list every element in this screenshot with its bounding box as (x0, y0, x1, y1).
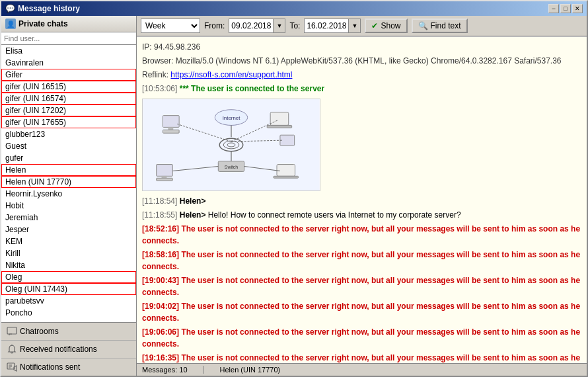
maximize-button[interactable]: □ (560, 4, 571, 13)
show-button[interactable]: ✔ Show (365, 19, 407, 33)
find-text-label: Find text (431, 21, 461, 30)
list-item[interactable]: Poncho (1, 307, 136, 319)
list-item[interactable]: Helen (UIN 17770) (1, 176, 136, 188)
close-button[interactable]: ✕ (572, 4, 583, 13)
list-item[interactable]: gufer (1, 152, 136, 164)
chat-line-2: [11:18:55] Helen> Hello! How to connect … (142, 209, 581, 221)
list-item[interactable]: Oleg (UIN 17443) (1, 283, 136, 295)
toolbar: Week From: 09.02.2018 ▼ To: 16.02.2018 ▼… (137, 16, 587, 36)
chatrooms-label: Chatrooms (20, 327, 59, 336)
minimize-button[interactable]: – (548, 4, 559, 13)
svg-rect-14 (168, 127, 173, 130)
list-item[interactable]: Hobit (1, 200, 136, 212)
received-notifications-tab[interactable]: Received notifications (1, 341, 136, 358)
svg-rect-13 (163, 116, 180, 128)
chatrooms-tab[interactable]: Chatrooms (1, 323, 136, 341)
chat-icon (7, 326, 17, 337)
list-item[interactable]: Oleg (1, 271, 136, 283)
svg-text:Internet: Internet (223, 115, 241, 121)
find-user-input[interactable] (1, 32, 136, 45)
message-area[interactable]: IP: 94.45.98.236 Browser: Mozilla/5.0 (W… (137, 36, 587, 363)
show-label: Show (381, 21, 400, 30)
content-area: 👤 Private chats ElisaGavinralenGifergife… (1, 16, 587, 376)
chat-line-4: [18:58:16] The user is not connected to … (142, 249, 581, 272)
list-item[interactable]: Heornir.Lysenko (1, 188, 136, 200)
chat-line-8: [19:16:35] The user is not connected to … (142, 352, 581, 363)
status-bar: Messages: 10 Helen (UIN 17770) (137, 363, 587, 376)
connected-msg: *** The user is connected to the server (180, 84, 324, 93)
list-item[interactable]: Guest (1, 140, 136, 152)
user-list: ElisaGavinralenGifergifer (UIN 16515)gif… (1, 45, 136, 322)
list-item[interactable]: gifer (UIN 16574) (1, 93, 136, 105)
list-item[interactable]: gifer (UIN 17655) (1, 116, 136, 128)
svg-rect-11 (267, 125, 291, 128)
received-notifications-label: Received notifications (20, 345, 97, 354)
svg-rect-17 (157, 165, 173, 177)
window-icon: 💬 (5, 4, 15, 13)
from-date-wrapper: 09.02.2018 ▼ (229, 19, 285, 33)
from-date-value: 09.02.2018 (229, 21, 273, 30)
from-date-button[interactable]: ▼ (273, 19, 285, 32)
status-user: Helen (UIN 17770) (220, 366, 281, 374)
svg-point-1 (11, 345, 13, 346)
find-text-button[interactable]: 🔍 Find text (412, 19, 468, 33)
status-divider (203, 366, 204, 374)
list-item[interactable]: parubetsvv (1, 295, 136, 307)
svg-rect-24 (280, 135, 295, 146)
notify-icon (7, 362, 17, 372)
title-bar-buttons: – □ ✕ (548, 4, 583, 13)
connected-line: [10:53:06] *** The user is connected to … (142, 83, 581, 95)
list-item[interactable]: Gavinralen (1, 57, 136, 69)
checkmark-icon: ✔ (371, 21, 378, 30)
left-panel: 👤 Private chats ElisaGavinralenGifergife… (1, 16, 137, 376)
list-item[interactable]: Kirill (1, 247, 136, 259)
window-title: Message history (18, 4, 80, 13)
to-date-button[interactable]: ▼ (348, 19, 360, 32)
bottom-tabs: Chatrooms Received notifications (1, 322, 136, 376)
from-label: From: (204, 21, 225, 30)
svg-rect-0 (7, 327, 17, 334)
list-item[interactable]: gifer (UIN 17202) (1, 105, 136, 116)
search-icon: 🔍 (418, 21, 428, 30)
chat-line-5: [19:00:43] The user is not connected to … (142, 274, 581, 298)
chat-line-6: [19:04:02] The user is not connected to … (142, 300, 581, 324)
title-bar-left: 💬 Message history (5, 4, 80, 13)
reflink-line: Reflink: https://nsoft-s.com/en/support.… (142, 69, 581, 81)
list-item[interactable]: Jeremiah (1, 212, 136, 224)
list-item[interactable]: Elisa (1, 45, 136, 57)
person-icon: 👤 (5, 19, 16, 29)
chat-line-7: [19:06:06] The user is not connected to … (142, 326, 581, 350)
list-item[interactable]: KEM (1, 235, 136, 247)
connected-time: [10:53:06] (142, 84, 177, 93)
list-item[interactable]: glubber123 (1, 128, 136, 140)
to-label: To: (289, 21, 300, 30)
period-select[interactable]: Week (141, 19, 200, 33)
svg-rect-22 (274, 176, 298, 178)
to-date-value: 16.02.2018 (305, 21, 348, 30)
list-item[interactable]: Nikita (1, 259, 136, 271)
svg-rect-21 (277, 165, 295, 177)
network-diagram: Switch (142, 99, 320, 191)
title-bar: 💬 Message history – □ ✕ (1, 1, 587, 16)
right-panel: Week From: 09.02.2018 ▼ To: 16.02.2018 ▼… (137, 16, 587, 376)
notifications-sent-tab[interactable]: Notifications sent (1, 358, 136, 376)
bell-icon (7, 344, 17, 355)
browser-line: Browser: Mozilla/5.0 (Windows NT 6.1) Ap… (142, 55, 581, 67)
svg-rect-10 (270, 112, 289, 126)
svg-rect-15 (163, 130, 180, 133)
list-item[interactable]: gifer (UIN 16515) (1, 81, 136, 93)
private-chats-header: 👤 Private chats (1, 16, 136, 32)
network-diagram-container: Switch (142, 99, 581, 191)
chat-line-3: [18:52:16] The user is not connected to … (142, 223, 581, 247)
reflink-url[interactable]: https://nsoft-s.com/en/support.html (170, 70, 292, 79)
list-item[interactable]: Gifer (1, 69, 136, 81)
main-window: 💬 Message history – □ ✕ 👤 Private chats … (0, 0, 588, 377)
list-item[interactable]: Helen (1, 164, 136, 176)
svg-rect-19 (157, 178, 173, 181)
chat-line-1: [11:18:54] Helen> (142, 195, 581, 207)
notifications-sent-label: Notifications sent (20, 362, 80, 372)
list-item[interactable]: Jesper (1, 224, 136, 235)
messages-count-label: Messages: 10 (142, 366, 188, 374)
ip-line: IP: 94.45.98.236 (142, 41, 581, 53)
svg-text:Switch: Switch (225, 165, 238, 169)
